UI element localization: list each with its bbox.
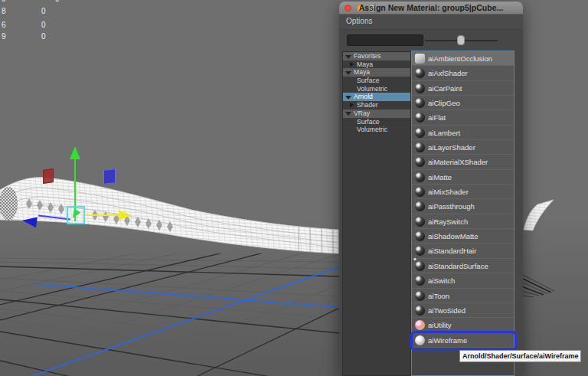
- shader-list-item[interactable]: aiMaterialXShader: [412, 155, 514, 169]
- material-sphere-icon: [415, 187, 425, 197]
- shader-list-item[interactable]: aiLambert: [412, 126, 514, 140]
- manipulator-plane-handle-blue[interactable]: [103, 168, 116, 185]
- shader-list-item[interactable]: aiCarPaint: [412, 81, 514, 96]
- manipulator-plane-handle-red[interactable]: [43, 168, 54, 184]
- shader-list-item[interactable]: aiFlat: [412, 110, 514, 125]
- options-menu[interactable]: Options: [346, 17, 372, 25]
- shader-list-item[interactable]: aiPassthrough: [412, 199, 514, 214]
- material-sphere-icon: [415, 261, 425, 271]
- shader-list-item[interactable]: aiUtility: [412, 318, 514, 332]
- dialog-titlebar[interactable]: Assign New Material: group5|pCube...: [339, 2, 523, 15]
- shader-list: aiAmbientOcclusion aiAxfShader aiCarPain…: [411, 51, 514, 376]
- search-input[interactable]: [347, 34, 423, 46]
- z-axis-arrowhead-icon[interactable]: [21, 215, 38, 228]
- shader-list-item[interactable]: aiAmbientOcclusion: [412, 51, 514, 66]
- chevron-down-icon[interactable]: [345, 55, 351, 59]
- chevron-right-icon[interactable]: [350, 103, 354, 107]
- slider-handle[interactable]: [457, 35, 465, 45]
- shader-list-item-aiwireframe[interactable]: aiWireframe: [412, 333, 514, 348]
- ground-grid-right: [521, 274, 554, 297]
- tree-item-arnold[interactable]: Arnold: [343, 93, 410, 101]
- shader-list-item[interactable]: aiRaySwitch: [412, 214, 514, 229]
- material-sphere-icon: [415, 68, 425, 78]
- material-sphere-icon: [415, 142, 425, 152]
- x-axis-arrowhead-icon[interactable]: [119, 210, 132, 221]
- swatch-size-slider[interactable]: [425, 35, 498, 46]
- shader-list-item[interactable]: aiShadowMatte: [412, 229, 514, 244]
- material-sphere-icon: [415, 276, 425, 286]
- shader-list-item[interactable]: aiStandardSurface: [412, 259, 514, 273]
- y-axis-arrowhead-icon[interactable]: [70, 146, 80, 159]
- shader-list-item[interactable]: aiSwitch: [412, 273, 514, 288]
- tree-item-vray-volumetric[interactable]: Volumetric: [343, 126, 410, 134]
- material-sphere-icon: [415, 335, 425, 345]
- material-sphere-icon: [415, 320, 425, 330]
- blade-wireframe-object[interactable]: [0, 178, 338, 253]
- tree-item-vray[interactable]: VRay: [343, 110, 410, 118]
- dialog-title: Assign New Material: group5|pCube...: [339, 3, 523, 12]
- material-sphere-icon: [415, 172, 425, 182]
- shader-list-item[interactable]: aiClipGeo: [412, 96, 514, 110]
- material-sphere-icon: [415, 98, 425, 108]
- chevron-right-icon[interactable]: [350, 62, 354, 67]
- tree-item-maya[interactable]: Maya: [343, 68, 410, 77]
- material-sphere-icon: [415, 246, 425, 256]
- shader-list-item[interactable]: aiMatte: [412, 170, 514, 185]
- tree-item-maya-surface[interactable]: Surface: [343, 77, 410, 85]
- x-axis-arrow-icon[interactable]: [83, 214, 119, 216]
- material-sphere-icon: [415, 157, 425, 167]
- shader-list-item[interactable]: aiStandardHair: [412, 244, 514, 258]
- blade-tip-wireframe[interactable]: [524, 200, 554, 231]
- chevron-down-icon[interactable]: [345, 112, 351, 116]
- shader-list-item[interactable]: aiAxfShader: [412, 66, 514, 80]
- tree-item-vray-surface[interactable]: Surface: [343, 118, 410, 126]
- material-sphere-icon: [415, 128, 425, 138]
- assign-new-material-dialog: Assign New Material: group5|pCube... Opt…: [339, 2, 523, 376]
- shader-list-item[interactable]: aiLayerShader: [412, 140, 514, 155]
- material-sphere-icon: [415, 291, 425, 301]
- shader-list-item[interactable]: aiToon: [412, 289, 514, 303]
- material-swatch-icon: [415, 54, 425, 64]
- tree-item-arnold-shader[interactable]: Shader: [343, 101, 410, 110]
- tree-item-favorites[interactable]: Favorites: [343, 52, 410, 60]
- dialog-menubar: Options: [339, 15, 523, 30]
- material-sphere-icon: [415, 306, 425, 316]
- material-category-tree: Favorites Maya Maya Surface Volumetric A…: [342, 51, 411, 376]
- material-sphere-icon: [415, 217, 425, 227]
- material-sphere-icon: [415, 231, 425, 241]
- material-sphere-icon: [415, 113, 425, 123]
- tree-item-maya-volumetric[interactable]: Volumetric: [343, 85, 410, 93]
- tooltip: Arnold/Shader/Surface/aiWireframe: [459, 350, 581, 362]
- shader-list-item[interactable]: aiTwoSided: [412, 303, 514, 318]
- chevron-down-icon[interactable]: [345, 96, 351, 100]
- material-sphere-icon: [415, 201, 425, 211]
- shader-list-item[interactable]: aiMixShader: [412, 185, 514, 199]
- material-sphere-icon: [415, 83, 425, 93]
- chevron-down-icon[interactable]: [345, 71, 351, 75]
- tree-item-favorites-maya[interactable]: Maya: [343, 60, 410, 69]
